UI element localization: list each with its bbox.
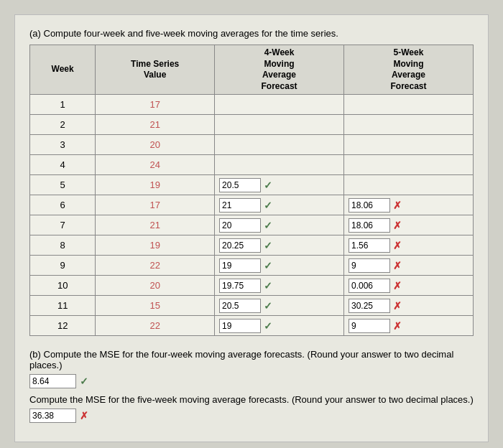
table-row: 922✓✗ bbox=[30, 256, 474, 276]
cell-four-week: ✓ bbox=[215, 276, 344, 296]
mse-section: (b) Compute the MSE for the four-week mo… bbox=[29, 349, 474, 423]
cell-week: 8 bbox=[30, 235, 96, 256]
five-week-input[interactable] bbox=[349, 218, 390, 233]
moving-average-table: Week Time SeriesValue 4-WeekMovingAverag… bbox=[29, 45, 474, 336]
col-header-five-week: 5-WeekMovingAverageForecast bbox=[344, 45, 474, 95]
cell-value: 19 bbox=[96, 235, 215, 256]
cell-week: 7 bbox=[30, 215, 96, 235]
mse-four-row: ✓ bbox=[29, 374, 474, 388]
cell-value: 20 bbox=[96, 135, 215, 155]
cell-week: 4 bbox=[30, 155, 96, 175]
mse-five-row: ✗ bbox=[29, 409, 474, 423]
table-row: 320 bbox=[30, 135, 474, 155]
cell-five-week bbox=[344, 115, 474, 135]
cell-four-week bbox=[215, 115, 344, 135]
four-week-input[interactable] bbox=[219, 198, 261, 213]
cell-five-week bbox=[344, 175, 474, 195]
cell-four-week: ✓ bbox=[215, 215, 344, 235]
check-icon: ✓ bbox=[264, 280, 272, 291]
cell-five-week: ✗ bbox=[344, 215, 474, 235]
part-b-label-four: (b) Compute the MSE for the four-week mo… bbox=[29, 349, 474, 370]
cell-five-week bbox=[344, 95, 474, 115]
check-icon: ✓ bbox=[264, 220, 272, 231]
cell-four-week: ✓ bbox=[215, 235, 344, 256]
cell-week: 9 bbox=[30, 256, 96, 276]
cell-five-week: ✗ bbox=[344, 276, 474, 296]
table-row: 721✓✗ bbox=[30, 215, 474, 235]
x-icon: ✗ bbox=[393, 260, 402, 271]
cell-value: 21 bbox=[96, 115, 215, 135]
four-week-input[interactable] bbox=[219, 319, 261, 333]
page-container: (a) Compute four-week and five-week movi… bbox=[14, 14, 489, 442]
cell-value: 20 bbox=[96, 276, 215, 296]
cell-week: 3 bbox=[30, 135, 96, 155]
cell-four-week bbox=[215, 155, 344, 175]
cell-value: 15 bbox=[96, 296, 215, 316]
x-icon: ✗ bbox=[393, 220, 402, 231]
cell-week: 2 bbox=[30, 115, 96, 135]
five-week-input[interactable] bbox=[349, 198, 390, 213]
x-icon: ✗ bbox=[393, 280, 402, 291]
cell-four-week: ✓ bbox=[215, 256, 344, 276]
mse-five-x-icon: ✗ bbox=[80, 410, 88, 421]
cell-five-week bbox=[344, 155, 474, 175]
four-week-input[interactable] bbox=[219, 299, 261, 313]
check-icon: ✓ bbox=[264, 260, 272, 271]
cell-four-week: ✓ bbox=[215, 296, 344, 316]
cell-five-week: ✗ bbox=[344, 296, 474, 316]
cell-four-week: ✓ bbox=[215, 316, 344, 336]
mse-five-input[interactable] bbox=[29, 409, 76, 423]
four-week-input[interactable] bbox=[219, 218, 261, 233]
cell-four-week bbox=[215, 95, 344, 115]
cell-five-week: ✗ bbox=[344, 256, 474, 276]
cell-week: 5 bbox=[30, 175, 96, 195]
table-row: 519✓ bbox=[30, 175, 474, 195]
part-b-label-five: Compute the MSE for the five-week moving… bbox=[29, 394, 474, 405]
cell-four-week bbox=[215, 135, 344, 155]
check-icon: ✓ bbox=[264, 179, 272, 191]
check-icon: ✓ bbox=[264, 300, 272, 312]
cell-five-week: ✗ bbox=[344, 235, 474, 256]
table-row: 1020✓✗ bbox=[30, 276, 474, 296]
x-icon: ✗ bbox=[393, 200, 402, 211]
check-icon: ✓ bbox=[264, 320, 272, 332]
check-icon: ✓ bbox=[264, 240, 272, 251]
cell-value: 17 bbox=[96, 195, 215, 215]
mse-four-input[interactable] bbox=[29, 374, 76, 388]
five-week-input[interactable] bbox=[349, 299, 390, 313]
table-row: 221 bbox=[30, 115, 474, 135]
col-header-time-series: Time SeriesValue bbox=[96, 45, 215, 95]
x-icon: ✗ bbox=[393, 300, 402, 312]
cell-four-week: ✓ bbox=[215, 195, 344, 215]
five-week-input[interactable] bbox=[349, 238, 390, 253]
cell-four-week: ✓ bbox=[215, 175, 344, 195]
cell-five-week: ✗ bbox=[344, 316, 474, 336]
table-row: 819✓✗ bbox=[30, 235, 474, 256]
cell-week: 12 bbox=[30, 316, 96, 336]
five-week-input[interactable] bbox=[349, 319, 390, 333]
four-week-input[interactable] bbox=[219, 238, 261, 253]
col-header-week: Week bbox=[30, 45, 96, 95]
four-week-input[interactable] bbox=[219, 178, 261, 192]
cell-value: 21 bbox=[96, 215, 215, 235]
cell-five-week bbox=[344, 135, 474, 155]
cell-value: 22 bbox=[96, 316, 215, 336]
table-row: 117 bbox=[30, 95, 474, 115]
cell-week: 6 bbox=[30, 195, 96, 215]
cell-value: 24 bbox=[96, 155, 215, 175]
table-row: 424 bbox=[30, 155, 474, 175]
cell-week: 1 bbox=[30, 95, 96, 115]
cell-week: 11 bbox=[30, 296, 96, 316]
x-icon: ✗ bbox=[393, 240, 402, 251]
cell-five-week: ✗ bbox=[344, 195, 474, 215]
five-week-input[interactable] bbox=[349, 279, 390, 293]
cell-value: 17 bbox=[96, 95, 215, 115]
five-week-input[interactable] bbox=[349, 258, 390, 273]
four-week-input[interactable] bbox=[219, 258, 261, 273]
four-week-input[interactable] bbox=[219, 279, 261, 293]
cell-value: 19 bbox=[96, 175, 215, 195]
mse-four-check-icon: ✓ bbox=[80, 375, 88, 387]
x-icon: ✗ bbox=[393, 320, 402, 332]
table-row: 1115✓✗ bbox=[30, 296, 474, 316]
cell-value: 22 bbox=[96, 256, 215, 276]
